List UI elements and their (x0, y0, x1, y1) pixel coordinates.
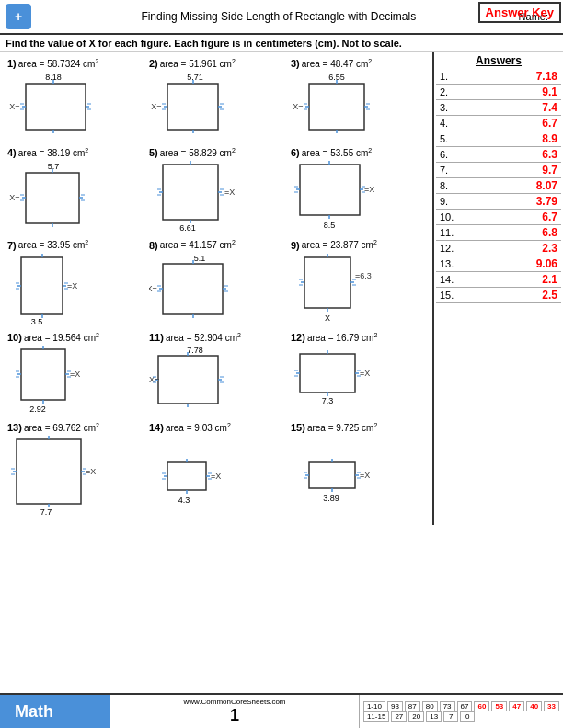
problem-12-figure: =X 7.3 (291, 345, 392, 416)
svg-text:X=: X= (151, 102, 161, 111)
svg-text:3.89: 3.89 (323, 494, 339, 503)
problem-9-area: area = 23.877 cm2 (302, 239, 377, 250)
answers-list: 1.7.182.9.13.7.44.6.75.8.96.6.37.9.78.8.… (436, 69, 561, 303)
problem-7: 7) area = 33.95 cm2 =X 3.5 (4, 237, 145, 327)
problem-14-figure: =X 4.3 (149, 435, 250, 518)
problem-11-figure: 7.78 X= (149, 345, 250, 416)
problem-12-area: area = 16.79 cm2 (307, 332, 377, 343)
svg-text:=X: =X (360, 369, 370, 378)
answer-item: 10.6.7 (436, 210, 561, 225)
svg-text:X: X (325, 313, 330, 323)
footer-scores: 1-10 93 87 80 73 67 60 53 47 40 33 11-15… (359, 695, 563, 728)
answer-num: 12. (440, 243, 460, 254)
score-v5: 67 (457, 701, 473, 711)
problem-13-area: area = 69.762 cm2 (24, 422, 99, 433)
svg-rect-66 (21, 257, 63, 314)
problem-5-num: 5) (149, 147, 158, 158)
svg-text:7.7: 7.7 (40, 507, 52, 517)
score-range-row-1: 1-10 93 87 80 73 67 60 53 47 40 33 (363, 701, 559, 711)
svg-text:X=: X= (293, 102, 303, 111)
problem-6-area: area = 53.55 cm2 (302, 147, 372, 158)
problem-row-4: 10) area = 19.564 cm2 =X 2.92 (4, 330, 429, 418)
svg-rect-1 (26, 84, 86, 130)
answer-num: 2. (440, 86, 460, 97)
problem-10-area: area = 19.564 cm2 (24, 332, 99, 343)
problem-9-figure: =6.3 X (291, 253, 392, 326)
problem-15-num: 15) (291, 422, 305, 433)
svg-text:7.3: 7.3 (322, 396, 334, 405)
svg-rect-55 (300, 165, 360, 215)
svg-rect-132 (17, 439, 81, 504)
answer-val: 7.4 (460, 101, 557, 114)
svg-text:=X: =X (70, 370, 80, 379)
svg-rect-23 (309, 84, 364, 130)
problem-13: 13) area = 69.762 cm2 =X 7.7 (4, 420, 145, 519)
svg-text:X=: X= (9, 193, 19, 202)
svg-text:=X: =X (67, 281, 77, 290)
problem-15-figure: =X 3.89 (291, 435, 392, 518)
problem-2-num: 2) (149, 58, 158, 69)
answer-key-label: Answer Key (478, 2, 561, 23)
answer-item: 2.9.1 (436, 85, 561, 100)
footer-math-label: Math (0, 695, 110, 728)
problem-5: 5) area = 58.829 cm2 =X 6.61 (145, 145, 287, 235)
answer-val: 2.5 (460, 289, 557, 301)
svg-rect-12 (167, 84, 218, 130)
answer-val: 7.18 (460, 70, 557, 83)
answer-num: 15. (440, 290, 460, 301)
answer-item: 7.9.7 (436, 163, 561, 178)
answer-item: 11.6.8 (436, 225, 561, 241)
answer-num: 5. (440, 133, 460, 144)
answer-item: 6.6.3 (436, 147, 561, 163)
answer-num: 7. (440, 165, 460, 176)
footer-website: www.CommonCoreSheets.com (183, 698, 285, 706)
answer-item: 15.2.5 (436, 288, 561, 303)
answer-val: 2.3 (460, 242, 557, 255)
svg-text:X=: X= (149, 284, 157, 293)
score-v13: 13 (426, 711, 442, 722)
svg-text:=X: =X (364, 185, 374, 194)
answer-num: 1. (440, 71, 460, 82)
problem-7-num: 7) (7, 240, 17, 251)
problem-13-num: 13) (7, 422, 22, 433)
problem-6: 6) area = 53.55 cm2 =X 8.5 (287, 145, 429, 235)
problem-row-3: 7) area = 33.95 cm2 =X 3.5 (4, 237, 429, 327)
svg-text:5.71: 5.71 (187, 73, 203, 82)
header-title: Finding Missing Side Length of Rectangle… (39, 10, 519, 23)
footer-center: www.CommonCoreSheets.com 1 (110, 695, 359, 728)
problem-11-area: area = 52.904 cm2 (166, 332, 241, 343)
svg-text:4.3: 4.3 (178, 495, 190, 505)
main-content: 1) area = 58.7324 cm2 8.18 (0, 52, 563, 525)
problem-3: 3) area = 48.47 cm2 6.55 X= (287, 56, 429, 143)
answer-num: 3. (440, 102, 460, 113)
problem-1-figure: 8.18 X= (7, 71, 99, 140)
score-v10: 33 (544, 701, 559, 711)
svg-text:5.1: 5.1 (194, 254, 206, 263)
answer-num: 13. (440, 258, 460, 269)
problem-2: 2) area = 51.961 cm2 5.71 X= (145, 56, 287, 143)
problem-14: 14) area = 9.03 cm2 =X 4.3 (145, 420, 287, 519)
problem-11: 11) area = 52.904 cm2 7.78 X= (145, 330, 287, 418)
svg-rect-154 (309, 462, 355, 488)
answer-val: 6.7 (460, 210, 557, 223)
answer-item: 3.7.4 (436, 100, 561, 116)
problem-15: 15) area = 9.725 cm2 =X 3.89 (287, 420, 429, 519)
problems-area: 1) area = 58.7324 cm2 8.18 (0, 52, 432, 525)
answer-val: 6.3 (460, 148, 557, 161)
answer-item: 9.3.79 (436, 194, 561, 210)
problem-9: 9) area = 23.877 cm2 =6.3 X (287, 237, 429, 327)
svg-text:X=: X= (9, 102, 19, 111)
problem-4-num: 4) (7, 147, 17, 158)
answer-item: 12.2.3 (436, 241, 561, 256)
header: + Finding Missing Side Length of Rectang… (0, 0, 563, 35)
score-v2: 87 (405, 701, 420, 711)
problem-8-num: 8) (149, 240, 158, 251)
problem-5-figure: =X 6.61 (149, 160, 250, 233)
answer-item: 4.6.7 (436, 116, 561, 131)
problem-6-figure: =X 8.5 (291, 160, 392, 233)
svg-rect-34 (26, 173, 79, 223)
problem-row-5: 13) area = 69.762 cm2 =X 7.7 (4, 420, 429, 519)
answer-val: 2.1 (460, 273, 557, 286)
problem-15-area: area = 9.725 cm2 (307, 422, 377, 433)
answer-item: 1.7.18 (436, 69, 561, 85)
